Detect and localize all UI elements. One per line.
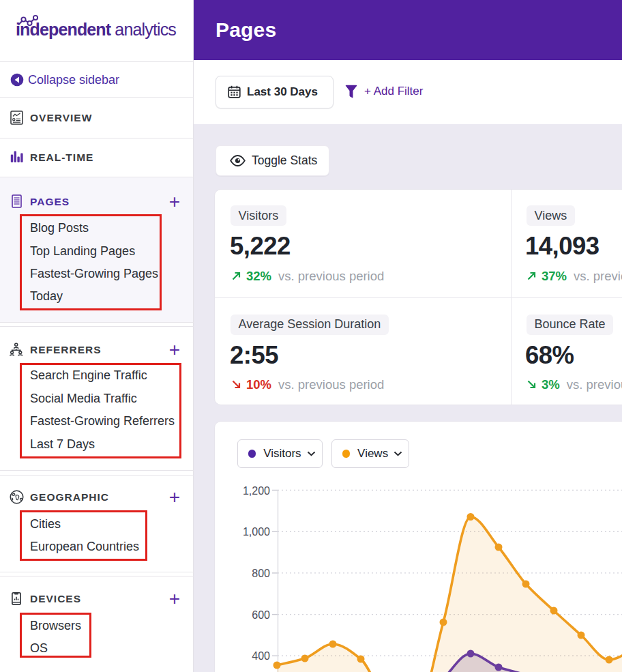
svg-text:600: 600 [252, 609, 270, 621]
svg-text:1,200: 1,200 [243, 485, 270, 497]
svg-text:1,000: 1,000 [243, 526, 270, 538]
svg-text:400: 400 [252, 650, 270, 662]
svg-text:800: 800 [252, 568, 270, 579]
